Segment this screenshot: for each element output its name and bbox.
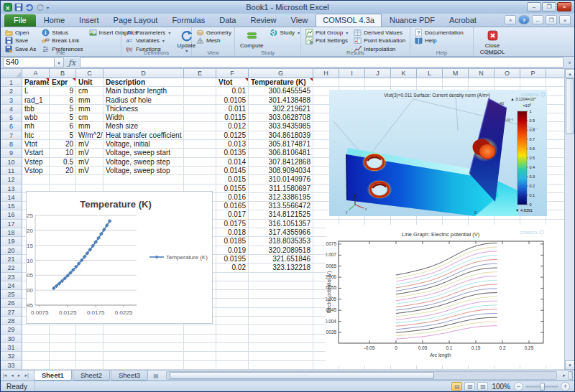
cell-D4[interactable]: Thickness — [104, 105, 184, 113]
cell-E6[interactable] — [184, 122, 216, 131]
cell-C29[interactable] — [76, 325, 104, 334]
cell-G22[interactable]: 323.132218 — [249, 263, 313, 272]
cell-G25[interactable] — [249, 290, 313, 299]
cell-A9[interactable]: Vstart — [22, 149, 50, 157]
cell-F31[interactable] — [216, 343, 249, 352]
column-header-K[interactable]: K — [391, 69, 417, 78]
cell-G17[interactable]: 316.1051357 — [249, 220, 313, 228]
formula-bar-expand-icon[interactable]: ˅ — [565, 60, 574, 65]
row-header-24[interactable]: 24 — [1, 281, 22, 290]
row-header-17[interactable]: 17 — [1, 220, 22, 228]
cell-C12[interactable] — [76, 175, 104, 184]
cell-C30[interactable] — [76, 335, 104, 343]
cell-L1[interactable] — [417, 78, 443, 87]
save-button[interactable]: Save — [4, 37, 37, 45]
cell-G14[interactable]: 312.3386195 — [249, 193, 313, 202]
zoom-in-button[interactable]: + — [561, 382, 570, 391]
zoom-out-button[interactable]: − — [514, 382, 523, 391]
cell-7[interactable] — [546, 131, 566, 140]
cell-F10[interactable]: 0.014 — [216, 158, 249, 167]
cell-J1[interactable] — [365, 78, 391, 87]
cell-F29[interactable] — [216, 325, 249, 334]
cell-D9[interactable]: Voltage, sweep start — [104, 149, 184, 157]
cell-F2[interactable]: 0.01 — [216, 87, 249, 95]
cell-8[interactable] — [546, 140, 566, 149]
insert-worksheet-icon[interactable]: ▦ — [149, 372, 163, 380]
cell-G23[interactable] — [249, 273, 313, 281]
cell-A3[interactable]: rad_1 — [22, 96, 50, 105]
cell-F20[interactable]: 0.019 — [216, 246, 249, 255]
row-header-1[interactable]: 1 — [1, 78, 22, 87]
prev-sheet-icon[interactable]: ◂ — [9, 373, 16, 378]
cell-A31[interactable] — [22, 343, 50, 352]
cell-F30[interactable] — [216, 335, 249, 343]
cell-F16[interactable]: 0.017 — [216, 210, 249, 219]
cell-G13[interactable]: 311.1580697 — [249, 185, 313, 193]
cell-D6[interactable]: Mesh size — [104, 122, 184, 131]
cell-G7[interactable]: 304.8618039 — [249, 131, 313, 140]
tab-page-layout[interactable]: Page Layout — [107, 14, 165, 27]
cell-B32[interactable] — [50, 352, 76, 360]
row-header-16[interactable]: 16 — [1, 210, 22, 219]
cell-F4[interactable]: 0.011 — [216, 105, 249, 113]
column-header-P[interactable]: P — [520, 69, 546, 78]
cell-B31[interactable] — [50, 343, 76, 352]
cell-F11[interactable]: 0.0145 — [216, 167, 249, 175]
column-header-B[interactable]: B — [50, 69, 76, 78]
plot-settings-button[interactable]: Plot Settings — [304, 37, 349, 45]
derived-values-button[interactable]: Derived Values — [352, 29, 407, 37]
cell-B9[interactable]: 10 — [50, 149, 76, 157]
cell-5[interactable] — [546, 113, 566, 122]
cell-A11[interactable]: Vstop — [22, 167, 50, 175]
row-header-33[interactable]: 33 — [1, 361, 22, 370]
cell-E10[interactable] — [184, 158, 216, 167]
cell-F5[interactable]: 0.0115 — [216, 113, 249, 122]
cell-D33[interactable] — [104, 361, 184, 370]
cell-E3[interactable] — [184, 96, 216, 105]
row-header-6[interactable]: 6 — [1, 122, 22, 131]
cell-E11[interactable] — [184, 167, 216, 175]
cell-A12[interactable] — [22, 175, 50, 184]
cell-E32[interactable] — [184, 352, 216, 360]
grid-corner[interactable] — [546, 69, 566, 78]
normal-view-button[interactable]: ▤ — [451, 382, 462, 391]
cell-F24[interactable] — [216, 281, 249, 290]
help-button[interactable]: Help — [413, 37, 465, 45]
row-header-12[interactable]: 12 — [1, 175, 22, 184]
cell-N1[interactable] — [469, 78, 494, 87]
cell-14[interactable] — [546, 193, 566, 202]
cell-D8[interactable]: Voltage, initial — [104, 140, 184, 149]
cell-G2[interactable]: 300.6455545 — [249, 87, 313, 95]
row-header-22[interactable]: 22 — [1, 263, 22, 272]
row-header-5[interactable]: 5 — [1, 113, 22, 122]
cell-C7[interactable]: W/m^2/K — [76, 131, 104, 140]
cell-G32[interactable] — [249, 352, 313, 360]
cell-C2[interactable]: cm — [76, 87, 104, 95]
cell-E2[interactable] — [184, 87, 216, 95]
cell-G33[interactable] — [249, 361, 313, 370]
scroll-up-icon[interactable]: ▲ — [565, 69, 575, 78]
row-header-21[interactable]: 21 — [1, 255, 22, 263]
row-header-9[interactable]: 9 — [1, 149, 22, 157]
cell-C8[interactable]: mV — [76, 140, 104, 149]
tab-insert[interactable]: Insert — [73, 14, 106, 27]
row-header-20[interactable]: 20 — [1, 246, 22, 255]
cell-G4[interactable]: 302.219621 — [249, 105, 313, 113]
cell-G10[interactable]: 307.8412868 — [249, 158, 313, 167]
row-header-4[interactable]: 4 — [1, 105, 22, 113]
page-layout-view-button[interactable]: ▥ — [464, 382, 475, 391]
cell-2[interactable] — [546, 87, 566, 95]
cell-F23[interactable] — [216, 273, 249, 281]
cell-D11[interactable]: Voltage, sweep stop — [104, 167, 184, 175]
cell-A4[interactable]: tbb — [22, 105, 50, 113]
cell-12[interactable] — [546, 175, 566, 184]
study-button[interactable]: Study▾ — [268, 29, 300, 37]
comsol-surface-plot[interactable]: z x y Vtot(3)=0.011 Surface: Current den… — [329, 90, 547, 216]
cell-13[interactable] — [546, 185, 566, 193]
column-header-E[interactable]: E — [184, 69, 216, 78]
cell-F22[interactable]: 0.02 — [216, 263, 249, 272]
cell-9[interactable] — [546, 149, 566, 157]
cell-15[interactable] — [546, 202, 566, 210]
cell-16[interactable] — [546, 210, 566, 219]
variables-button[interactable]: Variables▾ — [124, 37, 172, 45]
